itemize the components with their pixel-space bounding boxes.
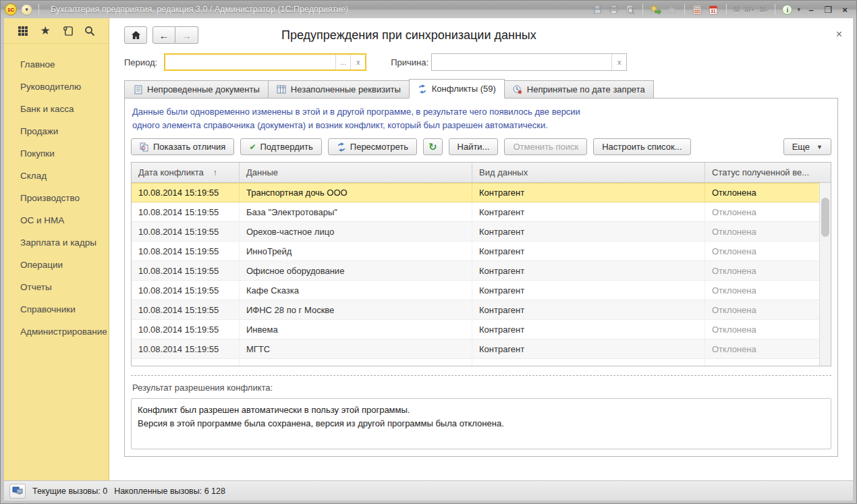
cell-date: 10.08.2014 15:19:55 <box>132 320 240 339</box>
period-label: Период: <box>124 57 157 67</box>
sidebar-item-bank-i-kassa[interactable]: Банк и касса <box>20 98 109 120</box>
table-row[interactable]: 10.08.2014 15:19:55 МГТС Контрагент Откл… <box>132 339 819 359</box>
close-window-button[interactable]: × <box>839 5 851 15</box>
button-label: Отменить поиск <box>513 142 578 152</box>
divider <box>775 4 775 15</box>
sidebar-item-rukovoditelyu[interactable]: Руководителю <box>20 76 109 98</box>
print-icon <box>608 4 619 15</box>
sidebar-item-spravochniki[interactable]: Справочники <box>20 298 109 320</box>
description-line: Данные были одновременно изменены в этой… <box>132 105 830 119</box>
tab-unfilled-attributes[interactable]: Незаполненные реквизиты <box>268 80 410 98</box>
table-row[interactable]: 10.08.2014 15:19:55 ИнноТрейд Контрагент… <box>132 242 819 261</box>
memory-minus-button: M- <box>760 5 769 13</box>
search-icon[interactable] <box>83 24 96 38</box>
sidebar-item-operacii[interactable]: Операции <box>20 254 109 276</box>
conflicts-panel: Данные были одновременно изменены в этой… <box>124 99 838 457</box>
add-favorite-icon[interactable] <box>650 4 661 15</box>
sidebar-item-os-i-nma[interactable]: ОС и НМА <box>20 209 109 231</box>
sidebar-item-prodazhi[interactable]: Продажи <box>20 120 109 142</box>
minimize-button[interactable]: – <box>805 5 817 15</box>
cell-data: МГТС <box>240 339 472 358</box>
current-calls: Текущие вызовы: 0 <box>32 486 107 496</box>
table-row[interactable]: 10.08.2014 15:19:55 Орехов-частное лицо … <box>132 222 819 242</box>
back-button[interactable]: ← <box>153 26 175 44</box>
sidebar: ★ Главное Руководителю Банк и касса Прод… <box>4 18 109 480</box>
close-form-icon[interactable]: × <box>836 29 842 40</box>
table-header: Дата конфликта ↑ Данные Вид данных Стату… <box>132 163 831 183</box>
cell-data: Офисное оборудование <box>240 261 472 280</box>
table-row[interactable]: 10.08.2014 15:19:55 Транспортная дочь ОО… <box>132 183 819 202</box>
table-row[interactable]: 10.08.2014 15:19:55 ИФНС 28 по г Москве … <box>132 300 819 320</box>
tab-nonposted-documents[interactable]: Непроведенные документы <box>124 80 269 98</box>
divider <box>726 4 727 15</box>
period-clear-button[interactable]: x <box>350 55 365 69</box>
cell-kind: Контрагент <box>472 184 705 202</box>
column-header-kind[interactable]: Вид данных <box>472 163 705 182</box>
history-icon[interactable] <box>61 24 74 38</box>
confirm-button[interactable]: ✔ Подтвердить <box>240 138 321 155</box>
find-button[interactable]: Найти... <box>449 138 499 155</box>
cell-status: Отклонена <box>705 242 819 260</box>
reason-input[interactable] <box>432 54 611 70</box>
sidebar-item-otchety[interactable]: Отчеты <box>20 276 109 298</box>
cell-kind: Контрагент <box>472 300 705 319</box>
sidebar-item-proizvodstvo[interactable]: Производство <box>20 187 109 209</box>
column-header-data[interactable]: Данные <box>240 163 472 182</box>
tab-label: Непринятые по дате запрета <box>527 84 645 94</box>
vertical-scrollbar[interactable] <box>819 183 831 366</box>
maximize-button[interactable]: ❒ <box>822 5 834 15</box>
sidebar-item-pokupki[interactable]: Покупки <box>20 142 109 165</box>
reason-clear-button[interactable]: x <box>611 54 626 70</box>
refresh-button[interactable]: ↻ <box>423 138 443 155</box>
favorites-icon <box>666 4 678 15</box>
sidebar-item-glavnoe[interactable]: Главное <box>20 53 109 76</box>
sidebar-item-administrirovanie[interactable]: Администрирование <box>20 320 109 343</box>
column-header-status[interactable]: Статус полученной ве... <box>705 163 831 182</box>
status-bar: Текущие вызовы: 0 Накопленные вызовы: 6 … <box>4 480 853 501</box>
memory-plus-button: M+ <box>744 5 755 13</box>
cell-data: Орехов-частное лицо <box>240 222 472 241</box>
cell-status: Отклонена <box>705 222 819 241</box>
description-line: одного элемента справочника (документа) … <box>132 119 830 132</box>
review-button[interactable]: Пересмотреть <box>328 138 417 155</box>
show-differences-button[interactable]: Показать отличия <box>131 138 234 155</box>
sections-grid-icon[interactable] <box>16 24 30 38</box>
cell-date: 10.08.2014 15:19:55 <box>132 281 240 300</box>
cell-status: Отклонена <box>705 202 819 221</box>
calculator-icon[interactable] <box>692 4 703 15</box>
info-caret-icon[interactable]: ▾ <box>797 6 800 13</box>
result-box: Конфликт был разрешен автоматически в по… <box>131 398 831 449</box>
table-row[interactable]: 10.08.2014 15:19:55 Инвема Контрагент От… <box>132 320 819 339</box>
reason-label: Причина: <box>391 57 428 67</box>
tab-rejected-by-date[interactable]: Непринятые по дате запрета <box>504 80 654 98</box>
favorites-star-icon[interactable]: ★ <box>38 24 52 38</box>
main-menu-button[interactable]: ▾ <box>21 4 32 16</box>
button-label: Показать отличия <box>153 142 225 152</box>
cell-data: Инвема <box>240 320 472 339</box>
sync-conflict-icon <box>418 84 428 94</box>
server-calls-icon[interactable] <box>9 484 26 499</box>
cell-status: Отклонена <box>705 261 819 280</box>
info-icon[interactable]: i <box>782 5 792 15</box>
scrollbar-thumb[interactable] <box>821 198 829 237</box>
cell-data: ИнноТрейд <box>240 242 472 260</box>
table-row[interactable]: 10.08.2014 15:19:55 База "Электротовары"… <box>132 202 819 222</box>
home-button[interactable] <box>124 26 147 44</box>
tab-conflicts[interactable]: Конфликты (59) <box>409 79 505 99</box>
table-row[interactable]: 10.08.2014 15:19:55 Аэрофлот Контрагент … <box>132 359 819 366</box>
button-label: Найти... <box>458 142 490 152</box>
table-row[interactable]: 10.08.2014 15:19:55 Офисное оборудование… <box>132 261 819 281</box>
cell-date: 10.08.2014 15:19:55 <box>132 300 240 319</box>
table-row[interactable]: 10.08.2014 15:19:55 Кафе Сказка Контраге… <box>132 281 819 300</box>
more-button[interactable]: Еще ▼ <box>783 138 831 155</box>
table-body: 10.08.2014 15:19:55 Транспортная дочь ОО… <box>132 183 819 366</box>
column-header-date[interactable]: Дата конфликта ↑ <box>132 163 240 182</box>
calendar-icon[interactable]: 31 <box>708 4 719 15</box>
configure-list-button[interactable]: Настроить список... <box>593 138 690 155</box>
sidebar-item-sklad[interactable]: Склад <box>20 165 109 187</box>
sidebar-item-zarplata[interactable]: Зарплата и кадры <box>20 231 109 254</box>
sync-icon <box>337 142 346 152</box>
period-input[interactable] <box>165 55 335 69</box>
home-icon <box>131 30 141 40</box>
period-ellipsis-button[interactable]: ... <box>335 55 350 69</box>
